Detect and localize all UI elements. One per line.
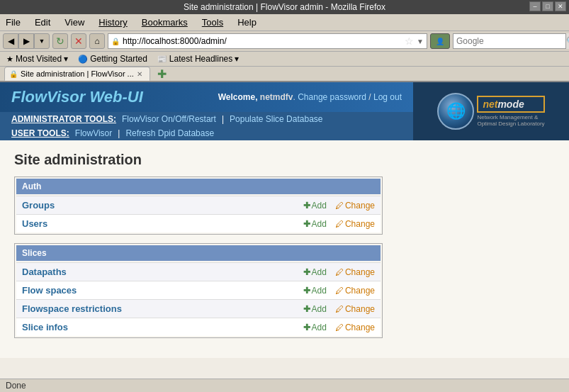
search-bar: 🔍 bbox=[453, 33, 566, 49]
tab-close-button[interactable]: ✕ bbox=[137, 70, 142, 78]
menu-edit[interactable]: Edit bbox=[32, 16, 53, 29]
address-input[interactable] bbox=[123, 36, 402, 46]
logout-link[interactable]: Log out bbox=[373, 92, 402, 102]
back-forward-group: ◀ ▶ ▼ bbox=[3, 33, 50, 49]
browser-content: FlowVisor Web-UI Welcome, netmdfv. Chang… bbox=[0, 82, 569, 392]
populate-db-link[interactable]: Populate Slice Database bbox=[230, 114, 322, 124]
latest-headlines-icon: 📰 bbox=[157, 55, 167, 64]
change-icon-datapaths: 🖊 bbox=[335, 267, 344, 277]
maximize-button[interactable]: □ bbox=[542, 1, 553, 11]
back-button[interactable]: ◀ bbox=[3, 33, 18, 49]
bookmark-latest-headlines[interactable]: 📰 Latest Headlines ▾ bbox=[155, 53, 241, 65]
menu-bookmarks[interactable]: Bookmarks bbox=[139, 16, 191, 29]
datapaths-label[interactable]: Datapaths bbox=[22, 267, 303, 277]
flowspaces-change-button[interactable]: 🖊 Change bbox=[335, 286, 375, 296]
tab-bar: 🔒 Site administration | FlowVisor ... ✕ … bbox=[0, 67, 569, 82]
close-button[interactable]: ✕ bbox=[555, 1, 566, 11]
datapaths-actions: ✚ Add 🖊 Change bbox=[303, 267, 375, 277]
slice-infos-label[interactable]: Slice infos bbox=[22, 322, 303, 332]
change-icon-restrictions: 🖊 bbox=[335, 304, 344, 314]
bookmark-getting-started[interactable]: 🔵 Getting Started bbox=[76, 53, 150, 65]
address-bar: 🔒 ☆ ▼ bbox=[108, 33, 427, 49]
groups-add-button[interactable]: ✚ Add bbox=[303, 201, 327, 211]
groups-label[interactable]: Groups bbox=[22, 200, 303, 211]
most-visited-icon: ★ bbox=[6, 55, 13, 64]
separator-2: | bbox=[118, 128, 120, 138]
flowvisor-restart-link[interactable]: FlowVisor On/Off/Restart bbox=[122, 114, 216, 124]
auth-section-table: Auth Groups ✚ Add 🖊 Change bbox=[14, 177, 383, 235]
reload-button[interactable]: ↻ bbox=[52, 33, 68, 49]
menu-help[interactable]: Help bbox=[235, 16, 259, 29]
users-label[interactable]: Users bbox=[22, 218, 303, 229]
datapaths-add-button[interactable]: ✚ Add bbox=[303, 267, 327, 277]
username: netmdfv bbox=[260, 92, 293, 102]
tab-label: Site administration | FlowVisor ... bbox=[21, 69, 134, 78]
header-logo-area: 🌐 netmode Network Management & Optimal D… bbox=[413, 82, 569, 140]
tab-favicon: 🔒 bbox=[9, 70, 18, 78]
users-add-button[interactable]: ✚ Add bbox=[303, 219, 327, 229]
slice-infos-change-button[interactable]: 🖊 Change bbox=[335, 323, 375, 332]
window-title: Site administration | FlowVisor admin - … bbox=[184, 2, 385, 12]
getting-started-icon: 🔵 bbox=[78, 55, 88, 64]
page-title: Site administration bbox=[14, 152, 555, 168]
active-tab[interactable]: 🔒 Site administration | FlowVisor ... ✕ bbox=[4, 67, 150, 81]
table-row: Flowspace restrictions ✚ Add 🖊 Change bbox=[16, 299, 381, 318]
table-row: Slice infos ✚ Add 🖊 Change bbox=[16, 318, 381, 336]
menu-history[interactable]: History bbox=[96, 16, 130, 29]
forward-button[interactable]: ▶ bbox=[18, 33, 34, 49]
nav-bar: ◀ ▶ ▼ ↻ ✕ ⌂ 🔒 ☆ ▼ 👤 🔍 bbox=[0, 31, 569, 52]
menu-file[interactable]: File bbox=[3, 16, 23, 29]
change-icon-users: 🖊 bbox=[335, 219, 344, 229]
flowspace-restrictions-add-button[interactable]: ✚ Add bbox=[303, 304, 327, 314]
slices-section-header: Slices bbox=[16, 245, 381, 261]
search-input[interactable] bbox=[453, 36, 565, 46]
users-change-button[interactable]: 🖊 Change bbox=[335, 219, 375, 229]
slice-infos-actions: ✚ Add 🖊 Change bbox=[303, 323, 375, 332]
latest-headlines-arrow: ▾ bbox=[235, 54, 239, 64]
table-row: Users ✚ Add 🖊 Change bbox=[16, 214, 381, 233]
change-icon: 🖊 bbox=[335, 201, 344, 211]
new-tab-button[interactable]: ✚ bbox=[154, 67, 169, 81]
add-icon: ✚ bbox=[303, 201, 310, 211]
flowspaces-label[interactable]: Flow spaces bbox=[22, 285, 303, 296]
table-row: Groups ✚ Add 🖊 Change bbox=[16, 196, 381, 214]
flowvisor-link[interactable]: FlowVisor bbox=[75, 128, 112, 138]
flowspace-restrictions-actions: ✚ Add 🖊 Change bbox=[303, 304, 375, 314]
slice-infos-add-button[interactable]: ✚ Add bbox=[303, 323, 327, 332]
change-icon-flowspaces: 🖊 bbox=[335, 286, 344, 296]
refresh-dpid-link[interactable]: Refresh Dpid Database bbox=[125, 128, 214, 138]
fv-welcome: Welcome, netmdfv. Change password / Log … bbox=[218, 92, 402, 102]
minimize-button[interactable]: – bbox=[529, 1, 541, 11]
change-icon-sliceinfos: 🖊 bbox=[335, 323, 344, 332]
datapaths-change-button[interactable]: 🖊 Change bbox=[335, 267, 375, 277]
header-left: FlowVisor Web-UI Welcome, netmdfv. Chang… bbox=[0, 82, 413, 140]
groups-change-button[interactable]: 🖊 Change bbox=[335, 201, 375, 211]
forward-dropdown[interactable]: ▼ bbox=[34, 33, 50, 49]
stop-button[interactable]: ✕ bbox=[71, 33, 86, 49]
groups-actions: ✚ Add 🖊 Change bbox=[303, 201, 375, 211]
browser-window: Site administration | FlowVisor admin - … bbox=[0, 0, 569, 392]
address-security-icon: 🔒 bbox=[111, 38, 120, 45]
flowspace-restrictions-label[interactable]: Flowspace restrictions bbox=[22, 303, 303, 314]
latest-headlines-label: Latest Headlines bbox=[169, 54, 232, 64]
search-button[interactable]: 🔍 bbox=[565, 33, 569, 49]
slices-section-table: Slices Datapaths ✚ Add 🖊 Change bbox=[14, 243, 383, 338]
flowspaces-add-button[interactable]: ✚ Add bbox=[303, 286, 327, 296]
menu-tools[interactable]: Tools bbox=[199, 16, 226, 29]
persona-button[interactable]: 👤 bbox=[430, 33, 450, 49]
menu-bar: File Edit View History Bookmarks Tools H… bbox=[0, 14, 569, 31]
menu-view[interactable]: View bbox=[62, 16, 87, 29]
change-password-link[interactable]: Change password bbox=[298, 92, 366, 102]
getting-started-label: Getting Started bbox=[90, 54, 147, 64]
home-button[interactable]: ⌂ bbox=[89, 33, 105, 49]
flowspace-restrictions-change-button[interactable]: 🖊 Change bbox=[335, 304, 375, 314]
add-icon-restrictions: ✚ bbox=[303, 304, 310, 314]
add-icon-sliceinfos: ✚ bbox=[303, 323, 310, 332]
address-dropdown-icon[interactable]: ▼ bbox=[417, 38, 424, 45]
add-icon-datapaths: ✚ bbox=[303, 267, 310, 277]
fv-header-section: FlowVisor Web-UI Welcome, netmdfv. Chang… bbox=[0, 82, 569, 140]
bookmark-most-visited[interactable]: ★ Most Visited ▾ bbox=[4, 53, 70, 65]
status-bar: Done bbox=[0, 379, 569, 392]
status-text: Done bbox=[6, 381, 26, 391]
bookmark-star-icon[interactable]: ☆ bbox=[405, 35, 414, 47]
